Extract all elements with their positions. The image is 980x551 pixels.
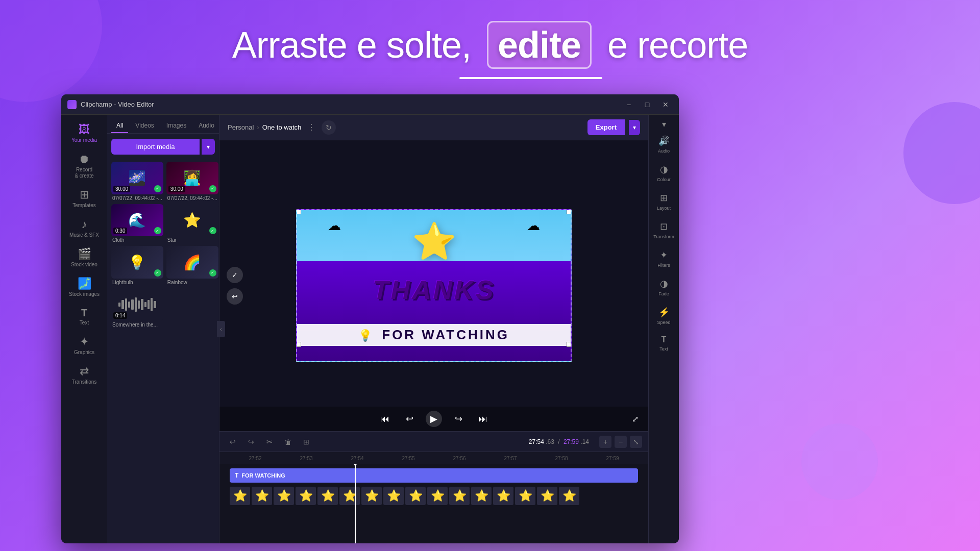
preview-canvas: 16:9 ☁ ☁ ⭐ THANKS: [296, 209, 572, 362]
media-icon: 🖼: [79, 124, 90, 135]
right-panel-audio-label: Audio: [658, 148, 670, 154]
star-frame: ⭐: [361, 487, 382, 505]
more-options-button[interactable]: ⋮: [305, 121, 317, 134]
stock-video-icon: 🎬: [78, 248, 91, 260]
right-panel-filters[interactable]: ✦ Filters: [651, 245, 677, 272]
hero-text-before: Arraste e solte,: [232, 24, 471, 65]
breadcrumb-project[interactable]: One to watch: [262, 123, 302, 131]
timeline-playhead[interactable]: [355, 464, 356, 543]
right-panel-layout[interactable]: ⊞ Layout: [651, 188, 677, 215]
playback-controls: ⏮ ↩ ▶ ↪ ⏭ ⤢: [219, 407, 648, 431]
timeline-cut-button[interactable]: ✂: [262, 435, 277, 449]
ruler-mark: 27:54: [332, 456, 383, 461]
sidebar-item-templates[interactable]: ⊞ Templates: [64, 185, 105, 213]
sidebar-item-stock-images[interactable]: 🗾 Stock images: [64, 274, 105, 302]
media-thumbnail[interactable]: 🌌 30:00 ✓: [111, 162, 163, 194]
ruler-mark: 27:55: [383, 456, 434, 461]
right-panel-transform[interactable]: ⊡ Transform: [651, 217, 677, 243]
media-duration: 0:14: [113, 312, 127, 319]
sidebar-label-music: Music & SFX: [69, 232, 99, 238]
selection-handle-bl[interactable]: [296, 342, 301, 347]
sync-button[interactable]: ↻: [322, 120, 336, 135]
sidebar-item-stock-video[interactable]: 🎬 Stock video: [64, 244, 105, 272]
confirm-button[interactable]: ✓: [227, 267, 243, 283]
sidebar-label-stock-video: Stock video: [71, 262, 97, 268]
media-panel: All Videos Images Audio Import media ▾ 🌌…: [107, 115, 219, 543]
tab-audio[interactable]: Audio: [193, 119, 219, 133]
skip-forward-button[interactable]: ⏭: [475, 411, 491, 427]
timeline-detach-button[interactable]: ⊞: [299, 435, 313, 449]
selection-handle-tl[interactable]: [296, 209, 301, 214]
timeline-delete-button[interactable]: 🗑: [281, 435, 295, 449]
zoom-fit-button[interactable]: ⤡: [630, 436, 642, 448]
export-button[interactable]: Export: [587, 119, 625, 135]
sidebar-item-transitions[interactable]: ⇄ Transitions: [64, 362, 105, 389]
list-item[interactable]: 🌈 ✓ Rainbow: [166, 246, 218, 285]
thanks-text: THANKS: [297, 277, 571, 303]
text-track[interactable]: T FOR WATCHING: [230, 468, 638, 483]
timeline-redo-button[interactable]: ↪: [244, 435, 258, 449]
media-thumbnail[interactable]: 💡 ✓: [111, 246, 163, 279]
fullscreen-button[interactable]: ⤢: [628, 412, 642, 426]
rewind-button[interactable]: ↩: [401, 411, 418, 427]
list-item[interactable]: 🌌 30:00 ✓ 07/07/22, 09:44:02 -...: [111, 162, 163, 201]
export-dropdown-button[interactable]: ▾: [629, 120, 640, 135]
media-thumbnail[interactable]: 🌊 0:30 ✓: [111, 204, 163, 237]
timeline-total-decimal: .14: [580, 438, 589, 445]
sidebar-item-text[interactable]: T Text: [64, 304, 105, 330]
star-frame: ⭐: [537, 487, 557, 505]
import-media-button[interactable]: Import media: [111, 139, 200, 155]
tab-images[interactable]: Images: [161, 119, 191, 133]
thanks-display: THANKS: [297, 277, 571, 303]
right-panel-colour[interactable]: ◑ Colour: [651, 160, 677, 186]
list-item[interactable]: 👩‍💻 30:00 ✓ 07/07/22, 09:44:02 -...: [166, 162, 218, 201]
list-item[interactable]: ⭐ ✓ Star: [166, 204, 218, 243]
media-thumbnail[interactable]: 0:14: [111, 288, 163, 321]
import-media-dropdown-button[interactable]: ▾: [202, 139, 215, 155]
breadcrumb-personal[interactable]: Personal: [228, 123, 254, 131]
media-duration: 30:00: [168, 186, 185, 192]
right-panel-audio[interactable]: 🔊 Audio: [651, 131, 677, 158]
star-frame: ⭐: [449, 487, 470, 505]
sidebar-item-music[interactable]: ♪ Music & SFX: [64, 215, 105, 242]
list-item[interactable]: 🌊 0:30 ✓ Cloth: [111, 204, 163, 243]
sidebar-item-graphics[interactable]: ✦ Graphics: [64, 332, 105, 360]
zoom-out-button[interactable]: −: [615, 436, 627, 448]
zoom-in-button[interactable]: +: [599, 436, 611, 448]
star-frame: ⭐: [230, 487, 250, 505]
timeline-ruler: 27:52 27:53 27:54 27:55 27:56 27:57 27:5…: [219, 452, 648, 464]
media-thumbnail[interactable]: 👩‍💻 30:00 ✓: [166, 162, 218, 194]
media-selected-check: ✓: [154, 185, 161, 192]
right-panel-filters-label: Filters: [657, 263, 670, 268]
right-panel-text[interactable]: T Text: [651, 331, 677, 356]
list-item[interactable]: 💡 ✓ Lightbulb: [111, 246, 163, 285]
panel-collapse-button[interactable]: ‹: [217, 321, 225, 337]
timeline-undo-button[interactable]: ↩: [226, 435, 240, 449]
templates-icon: ⊞: [80, 189, 89, 201]
skip-back-button[interactable]: ⏮: [377, 411, 393, 427]
right-panel-collapse[interactable]: ▾: [662, 119, 666, 129]
list-item[interactable]: 0:14 Somewhere in the...: [111, 288, 163, 328]
media-thumbnail[interactable]: ⭐ ✓: [166, 204, 218, 237]
close-button[interactable]: ✕: [658, 97, 673, 112]
right-panel-fade[interactable]: ◑ Fade: [651, 274, 677, 300]
right-panel-colour-label: Colour: [657, 177, 671, 182]
play-button[interactable]: ▶: [426, 411, 442, 427]
undo-canvas-button[interactable]: ↩: [227, 288, 243, 305]
maximize-button[interactable]: □: [640, 97, 654, 112]
text-track-row: T FOR WATCHING: [219, 466, 648, 485]
text-panel-icon: T: [662, 335, 667, 344]
minimize-button[interactable]: −: [622, 97, 636, 112]
tab-videos[interactable]: Videos: [130, 119, 159, 133]
fast-forward-button[interactable]: ↪: [450, 411, 467, 427]
sidebar-item-record[interactable]: ⏺ Record& create: [64, 149, 105, 183]
star-track[interactable]: ⭐ ⭐ ⭐ ⭐ ⭐ ⭐ ⭐ ⭐ ⭐ ⭐ ⭐ ⭐ ⭐: [230, 487, 638, 505]
right-panel-speed[interactable]: ⚡ Speed: [651, 303, 677, 329]
tab-all[interactable]: All: [111, 119, 128, 133]
selection-handle-br[interactable]: [567, 342, 572, 347]
media-thumbnail[interactable]: 🌈 ✓: [166, 246, 218, 279]
selection-handle-tr[interactable]: [567, 209, 572, 214]
speed-panel-icon: ⚡: [658, 307, 670, 318]
sidebar-item-your-media[interactable]: 🖼 Your media: [64, 120, 105, 147]
sidebar: 🖼 Your media ⏺ Record& create ⊞ Template…: [61, 115, 107, 543]
